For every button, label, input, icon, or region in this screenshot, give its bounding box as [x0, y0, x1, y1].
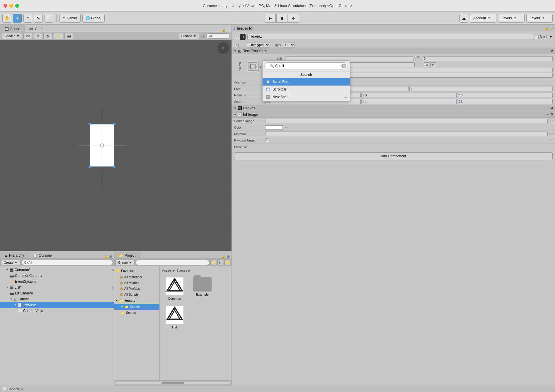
rect-btn-2[interactable]: R	[430, 62, 436, 67]
hier-create-btn[interactable]: Create ▼	[1, 260, 20, 265]
tag-select[interactable]: Untagged	[247, 42, 270, 47]
proj-icon-btn2[interactable]: 🏷	[217, 260, 223, 265]
scene-camera-btn[interactable]: 📷	[64, 33, 74, 39]
models-icon: ⬤	[120, 281, 123, 285]
rot-z-field[interactable]: Z0	[457, 93, 553, 98]
pause-button[interactable]: ⏸	[276, 14, 287, 23]
status-listview[interactable]: ⬜ ListView ◂	[2, 387, 23, 391]
rot-y-field[interactable]: Y0	[361, 93, 457, 98]
scale-z-field[interactable]: Z1	[457, 99, 553, 104]
canvas-header[interactable]: ▼ 🖼 Canvas ↩ ⚙	[232, 105, 555, 111]
dropdown-item-new-script[interactable]: # New Script ▶	[263, 93, 350, 101]
close-button[interactable]	[4, 4, 7, 8]
canvas-gear-icon[interactable]: ⚙	[550, 106, 553, 110]
step-button[interactable]: ⏭	[288, 14, 299, 23]
add-component-btn[interactable]: Add Component	[234, 152, 553, 160]
cloud-btn[interactable]: ☁	[459, 14, 468, 23]
canvas-reset-icon[interactable]: ↩	[547, 106, 549, 110]
fx-btn[interactable]: ✨	[54, 33, 63, 39]
project-search-input[interactable]	[136, 260, 209, 265]
static-checkbox[interactable]	[535, 35, 539, 39]
play-button[interactable]: ▶	[265, 14, 276, 23]
gameobj-name-input[interactable]	[247, 34, 533, 40]
global-btn[interactable]: 🌐 Global	[82, 14, 105, 23]
file-item-common[interactable]: Common	[162, 276, 187, 301]
proj-create-btn[interactable]: Create ▼	[115, 260, 135, 265]
tree-all-prefabs[interactable]: ⬤ All Prefabs	[114, 286, 159, 292]
hier-item-listcamera[interactable]: 📷 ListCamera	[0, 290, 114, 296]
proj-star-btn[interactable]: ⭐	[224, 260, 230, 265]
center-btn[interactable]: ⊙ Center	[59, 14, 81, 23]
tree-scenes-folder[interactable]: ▼ 📁 Scenes	[114, 304, 159, 310]
hier-item-list[interactable]: ▼ 🎬 List* ⚙	[0, 284, 114, 290]
color-reset-icon[interactable]: ↩	[285, 125, 288, 129]
hier-item-eventsystem[interactable]: ⚡ EventSystem	[0, 279, 114, 284]
hier-item-listview[interactable]: ▼ ⬜ ListView	[0, 302, 114, 308]
shaded-btn[interactable]: Shaded ▼	[2, 33, 22, 39]
layer-select[interactable]: UI	[283, 42, 295, 47]
layout-dropdown[interactable]: Layout ▼	[526, 14, 553, 23]
rect-transform-header[interactable]: ▼ ⊞ Rect Transform ⚙	[232, 48, 555, 54]
image-header[interactable]: ▼ ✓ 🖼 Image ↩ ⚙	[232, 111, 555, 118]
file-item-example[interactable]: Example	[190, 276, 215, 301]
audio-btn[interactable]: 🔊	[43, 33, 53, 39]
rect-gear-icon[interactable]: ⚙	[550, 49, 553, 53]
project-scrollbar[interactable]	[114, 380, 231, 386]
game-tab[interactable]: 🎮 Game	[25, 25, 49, 32]
source-image-field[interactable]	[265, 119, 548, 123]
anchor-preset-icon[interactable]	[247, 61, 259, 72]
console-tab[interactable]: 📋 Console	[28, 252, 56, 258]
static-toggle[interactable]: Static ▼	[535, 35, 553, 39]
rect-btn-1[interactable]: ⊞	[424, 62, 430, 67]
tree-favorites-header[interactable]: ⭐ Favorites	[114, 267, 159, 274]
hier-item-canvas[interactable]: ▼ 🖼 Canvas	[0, 296, 114, 302]
2d-btn[interactable]: 2D	[23, 33, 33, 39]
move-tool-btn[interactable]: ✛	[13, 14, 22, 23]
maximize-button[interactable]	[15, 4, 19, 8]
scene-search-input[interactable]	[206, 33, 230, 39]
color-swatch[interactable]	[265, 125, 283, 129]
pos-z-field[interactable]: 0	[423, 56, 553, 61]
minimize-button[interactable]	[9, 4, 13, 8]
proj-icon-btn1[interactable]: 📁	[210, 260, 216, 265]
project-tab-icon: 📁	[119, 253, 123, 258]
tree-all-scripts[interactable]: ⬤ All Scripts	[114, 292, 159, 297]
image-reset-icon[interactable]: ↩	[547, 113, 549, 116]
raycast-reset-icon[interactable]: ↩	[550, 138, 553, 142]
material-reset-icon[interactable]: ↩	[550, 132, 553, 136]
scene-tab[interactable]: 🔲 Scene	[0, 25, 25, 32]
pivot-y-field[interactable]: Y	[409, 86, 553, 91]
source-image-reset-icon[interactable]: ↩	[550, 119, 553, 123]
hier-item-commoncamera[interactable]: 📷 CommonCamera	[0, 273, 114, 279]
tree-assets-header[interactable]: ▼ 📁 Assets	[114, 297, 159, 304]
scale-tool-btn[interactable]: ⤡	[34, 14, 43, 23]
hier-item-common[interactable]: ▼ 🎬 Common* ⚙	[0, 267, 114, 273]
hierarchy-tab[interactable]: ☰ Hierarchy	[0, 252, 28, 258]
gameobj-active-toggle[interactable]: ✓	[234, 35, 238, 39]
image-enabled-checkbox[interactable]: ✓	[238, 113, 242, 116]
tree-all-models[interactable]: ⬤ All Models	[114, 280, 159, 286]
dropdown-item-scroll-rect[interactable]: Scroll Rect	[263, 78, 350, 86]
project-tab[interactable]: 📁 Project	[114, 252, 140, 258]
rect-tool-btn[interactable]: ⬜	[45, 14, 53, 23]
dropdown-item-scrollbar[interactable]: Scrollbar	[263, 86, 350, 93]
light-btn[interactable]: ☀	[34, 33, 42, 39]
tree-all-materials[interactable]: ⬤ All Materials	[114, 274, 159, 280]
scroll-rect-icon	[265, 79, 270, 84]
scene-view[interactable]: ⊙	[0, 40, 231, 251]
image-gear-icon[interactable]: ⚙	[550, 113, 553, 116]
search-clear-btn[interactable]: ✕	[341, 64, 346, 68]
hier-item-contentview[interactable]: ⬜ ContentView	[0, 308, 114, 314]
scale-y-field[interactable]: Y1	[361, 99, 457, 104]
account-dropdown[interactable]: Account ▼	[470, 14, 496, 23]
hand-tool-btn[interactable]: ✋	[2, 14, 11, 23]
layers-dropdown[interactable]: Layers ▼	[498, 14, 525, 23]
hierarchy-search-input[interactable]	[21, 260, 113, 265]
rotate-tool-btn[interactable]: ↻	[23, 14, 32, 23]
file-item-list[interactable]: List	[162, 304, 187, 330]
raycast-checkbox[interactable]: ✓	[265, 138, 269, 142]
tree-scripts-folder[interactable]: 📁 Scripts	[114, 310, 159, 316]
material-field[interactable]	[265, 132, 548, 136]
gizmos-btn[interactable]: Gizmos ▼	[179, 33, 199, 39]
search-field-input[interactable]	[274, 64, 340, 68]
